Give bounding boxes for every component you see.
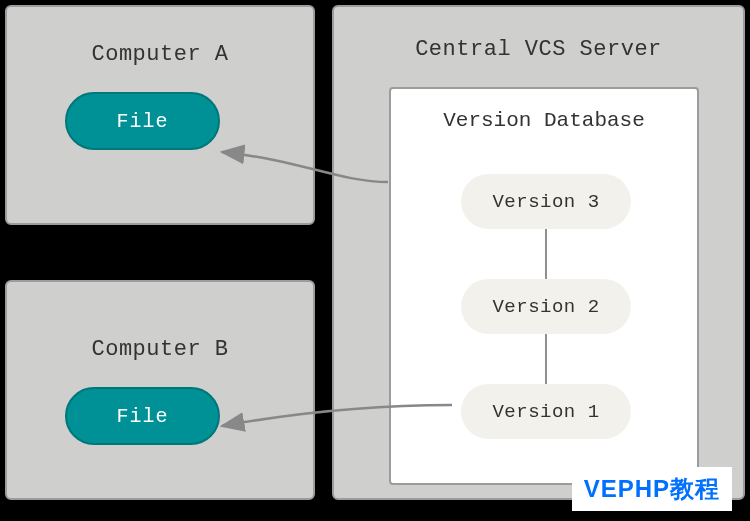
central-vcs-server-panel: Central VCS Server Version Database Vers… [332, 5, 745, 500]
watermark: VEPHP教程 [572, 467, 732, 511]
watermark-text: VEPHP教程 [584, 475, 720, 502]
version-3-node: Version 3 [461, 174, 631, 229]
version-1-label: Version 1 [492, 401, 599, 423]
computer-b-title: Computer B [7, 337, 313, 362]
connector-v2-v1 [545, 334, 547, 384]
file-label-a: File [116, 110, 168, 133]
connector-v3-v2 [545, 229, 547, 279]
computer-a-panel: Computer A File [5, 5, 315, 225]
computer-b-panel: Computer B File [5, 280, 315, 500]
file-label-b: File [116, 405, 168, 428]
diagram-canvas: Computer A File Computer B File Central … [0, 0, 750, 521]
computer-b-file-pill: File [65, 387, 220, 445]
version-2-node: Version 2 [461, 279, 631, 334]
version-database-title: Version Database [391, 109, 697, 132]
version-3-label: Version 3 [492, 191, 599, 213]
server-title: Central VCS Server [334, 37, 743, 62]
version-1-node: Version 1 [461, 384, 631, 439]
computer-a-title: Computer A [7, 42, 313, 67]
version-2-label: Version 2 [492, 296, 599, 318]
version-database-box: Version Database Version 3 Version 2 Ver… [389, 87, 699, 485]
computer-a-file-pill: File [65, 92, 220, 150]
